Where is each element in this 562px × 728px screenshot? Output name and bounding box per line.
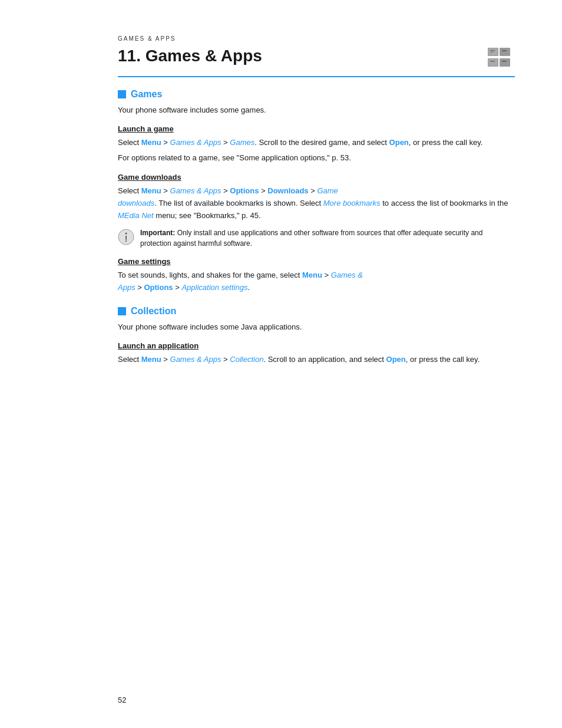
section-games-title: Games: [131, 89, 162, 100]
subsection-launch-app-title: Launch an application: [118, 341, 515, 350]
options-link-1: Options: [230, 186, 259, 195]
section-collection-square: [118, 307, 126, 315]
launch-app-para: Select Menu > Games & Apps > Collection.…: [118, 354, 515, 366]
chapter-label: Games & Apps: [118, 35, 515, 42]
section-collection-title: Collection: [131, 306, 176, 317]
launch-game-para-2: For options related to a game, see "Some…: [118, 152, 515, 164]
svg-rect-8: [490, 50, 495, 51]
game-settings-para: To set sounds, lights, and shakes for th…: [118, 269, 515, 294]
subsection-launch-game-title: Launch a game: [118, 124, 515, 133]
svg-rect-12: [502, 61, 507, 62]
games-link-1: Games: [230, 138, 254, 147]
chapter-icon: [487, 47, 515, 73]
menu-link-1: Menu: [141, 138, 161, 147]
section-collection-header: Collection: [118, 306, 515, 317]
menu-link-2: Menu: [141, 186, 161, 195]
launch-game-para-1: Select Menu > Games & Apps > Games. Scro…: [118, 137, 515, 149]
chapter-title: 11. Games & Apps: [118, 47, 262, 65]
svg-rect-5: [488, 59, 498, 66]
game-downloads-para: Select Menu > Games & Apps > Options > D…: [118, 185, 515, 222]
important-note: ! Important: Only install and use applic…: [118, 228, 515, 249]
games-apps-link-4: Games & Apps: [170, 355, 222, 364]
page: Games & Apps 11. Games & Apps Games Your…: [0, 0, 562, 728]
section-games-header: Games: [118, 89, 515, 100]
open-link-2: Open: [386, 355, 406, 364]
application-settings-link: Application settings: [181, 283, 247, 292]
page-number: 52: [118, 696, 126, 704]
section-collection-desc: Your phone software includes some Java a…: [118, 321, 515, 333]
svg-rect-11: [490, 61, 495, 62]
chapter-header: 11. Games & Apps: [118, 47, 515, 77]
games-apps-link-2: Games & Apps: [170, 186, 222, 195]
svg-rect-7: [500, 59, 510, 66]
collection-link: Collection: [230, 355, 263, 364]
note-icon: !: [118, 229, 134, 245]
downloads-link: Downloads: [267, 186, 308, 195]
subsection-game-settings-title: Game settings: [118, 257, 515, 266]
note-text: Important: Only install and use applicat…: [140, 228, 515, 249]
section-games-square: [118, 90, 126, 98]
section-games-desc: Your phone software includes some games.: [118, 104, 515, 116]
svg-rect-3: [500, 48, 510, 55]
svg-rect-10: [502, 50, 507, 51]
subsection-game-downloads-title: Game downloads: [118, 173, 515, 182]
options-link-2: Options: [144, 283, 173, 292]
svg-rect-9: [490, 52, 493, 53]
media-net-link: MEdia Net: [118, 211, 154, 220]
svg-text:!: !: [125, 234, 128, 243]
svg-rect-1: [488, 48, 498, 55]
menu-link-4: Menu: [141, 355, 161, 364]
menu-link-3: Menu: [302, 271, 322, 279]
games-apps-link-1: Games & Apps: [170, 138, 222, 147]
open-link-1: Open: [389, 138, 409, 147]
more-bookmarks-link: More bookmarks: [323, 199, 381, 207]
